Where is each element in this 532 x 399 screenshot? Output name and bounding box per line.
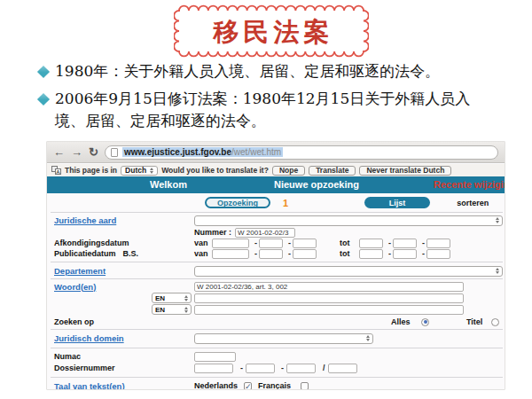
date-input[interactable]	[293, 249, 317, 259]
date-input[interactable]	[212, 239, 249, 248]
van-label: van	[194, 249, 208, 258]
date-input[interactable]	[259, 249, 283, 259]
tot-label: tot	[340, 249, 350, 258]
zoeken-op-row: Zoeken op Alles Titel	[47, 317, 505, 327]
dossier-input[interactable]	[194, 364, 233, 373]
woorden-input[interactable]	[194, 282, 464, 292]
en-operator-select[interactable]: EN	[152, 293, 192, 303]
publicatiedatum-row: Publicatiedatum B.S. van - - tot - -	[47, 248, 505, 259]
select-arrows-icon	[366, 335, 370, 341]
date-input[interactable]	[426, 249, 450, 259]
en-operator-select[interactable]: EN	[152, 304, 192, 315]
woorden-link[interactable]: Woord(en)	[54, 282, 96, 292]
form-toolbar-row: Opzoeking 1 Lijst sorteren	[47, 196, 505, 209]
translate-bar: A This page is in Dutch Would you like t…	[47, 164, 505, 176]
date-input[interactable]	[359, 249, 383, 259]
lijst-button[interactable]: Lijst	[364, 197, 430, 208]
date-input[interactable]	[393, 239, 417, 248]
departement-select[interactable]	[194, 266, 503, 277]
divider	[51, 377, 503, 378]
page-icon	[111, 148, 118, 157]
francais-checkbox[interactable]	[301, 382, 309, 390]
dossiernummer-label: Dossiernummer	[54, 364, 115, 372]
numac-input[interactable]	[194, 352, 236, 362]
nope-button[interactable]: Nope	[272, 166, 305, 176]
departement-row: Departement	[47, 265, 505, 277]
nummer-row: Nummer :	[47, 227, 505, 238]
departement-link[interactable]: Departement	[54, 266, 106, 276]
juridische-aard-link[interactable]: Juridische aard	[54, 215, 116, 225]
page-number[interactable]: 1	[283, 198, 288, 208]
bullet-list: 1980年：关于外籍人员入境、居留、定居和驱逐的法令。 2006年9月15日修订…	[39, 60, 500, 137]
select-arrows-icon	[150, 168, 153, 174]
slide: 移民法案 1980年：关于外籍人员入境、居留、定居和驱逐的法令。 2006年9月…	[0, 0, 532, 399]
juridisch-domein-link[interactable]: Juridisch domein	[54, 333, 124, 343]
date-input[interactable]	[393, 249, 417, 259]
juridische-aard-row: Juridische aard	[47, 215, 505, 226]
titel-radio[interactable]	[491, 318, 499, 326]
page-title: 移民法案	[174, 13, 369, 52]
dossier-input[interactable]	[286, 364, 316, 373]
dossier-input[interactable]	[328, 364, 357, 373]
date-input[interactable]	[212, 249, 249, 259]
nav-welkom[interactable]: Welkom	[150, 179, 187, 190]
divider	[51, 278, 503, 279]
woorden-input-2[interactable]	[194, 293, 464, 303]
url-text[interactable]: www.ejustice.just.fgov.be/wet/wet.htm	[122, 147, 283, 157]
alles-radio[interactable]	[421, 318, 429, 326]
opzoeking-tab[interactable]: Opzoeking	[205, 197, 270, 208]
juridisch-domein-select[interactable]	[194, 333, 373, 344]
dossier-input[interactable]	[246, 364, 275, 373]
reload-icon[interactable]: ↻	[89, 146, 98, 158]
select-arrows-icon	[496, 217, 499, 223]
browser-toolbar: ← → ↻ www.ejustice.just.fgov.be/wet/wet.…	[47, 142, 505, 163]
juridisch-domein-row: Juridisch domein	[47, 332, 505, 344]
bs-label: B.S.	[123, 249, 139, 258]
forward-icon[interactable]: →	[71, 146, 82, 158]
alles-label: Alles	[391, 317, 411, 326]
url-bar[interactable]: www.ejustice.just.fgov.be/wet/wet.htm	[105, 145, 498, 160]
browser-screenshot: ← → ↻ www.ejustice.just.fgov.be/wet/wet.…	[46, 141, 505, 390]
search-form: Opzoeking 1 Lijst sorteren Juridische aa…	[47, 193, 505, 390]
francais-label: Français	[258, 381, 291, 390]
bullet-text: 1980年：关于外籍人员入境、居留、定居和驱逐的法令。	[55, 60, 495, 82]
date-input[interactable]	[359, 239, 383, 248]
url-path: /wet/wet.htm	[231, 147, 281, 157]
woorden-row: Woord(en)	[47, 281, 505, 292]
afkondigingsdatum-row: Afkondigingsdatum van - - tot - -	[47, 238, 505, 248]
nederlands-label: Nederlands	[194, 381, 238, 390]
list-item: 1980年：关于外籍人员入境、居留、定居和驱逐的法令。	[39, 60, 500, 82]
nummer-input[interactable]	[235, 228, 295, 238]
divider	[51, 329, 503, 330]
site-nav-bar: Welkom Nieuwe opzoeking Recente wijzigin…	[47, 176, 505, 193]
never-translate-button[interactable]: Never translate Dutch	[359, 166, 451, 176]
language-select[interactable]: Dutch	[121, 166, 158, 176]
nav-nieuwe-opzoeking[interactable]: Nieuwe opzoeking	[274, 179, 359, 190]
nav-recente-wijzigingen[interactable]: Recente wijzigingen	[434, 179, 505, 190]
translate-question: Would you like to translate it?	[161, 166, 269, 175]
titel-label: Titel	[466, 317, 482, 326]
taal-row: Taal van tekst(en) Nederlands ✓ Français	[47, 380, 505, 390]
select-arrows-icon	[184, 295, 188, 301]
bullet-text: 2006年9月15日修订法案：1980年12月15日关于外籍人员入境、居留、定居…	[55, 88, 495, 132]
diamond-bullet-icon	[37, 66, 50, 78]
woorden-input-3[interactable]	[194, 305, 464, 315]
divider	[51, 348, 503, 348]
juridische-aard-select[interactable]	[194, 215, 503, 226]
language-value: Dutch	[125, 166, 146, 175]
back-icon[interactable]: ←	[53, 146, 65, 158]
sorteren-label: sorteren	[457, 199, 489, 207]
tot-label: tot	[340, 239, 350, 247]
publicatiedatum-label: Publicatiedatum	[54, 249, 116, 258]
date-input[interactable]	[259, 239, 283, 248]
translate-bar-label: This page is in	[65, 166, 117, 175]
nederlands-checkbox[interactable]: ✓	[244, 382, 252, 390]
date-input[interactable]	[293, 239, 317, 248]
zoeken-op-label: Zoeken op	[54, 317, 94, 326]
translate-button[interactable]: Translate	[309, 166, 356, 176]
afkondigingsdatum-label: Afkondigingsdatum	[54, 239, 129, 247]
list-item: 2006年9月15日修订法案：1980年12月15日关于外籍人员入境、居留、定居…	[39, 88, 500, 132]
date-input[interactable]	[426, 239, 450, 248]
numac-row: Numac	[47, 351, 505, 362]
taal-link[interactable]: Taal van tekst(en)	[54, 381, 125, 391]
